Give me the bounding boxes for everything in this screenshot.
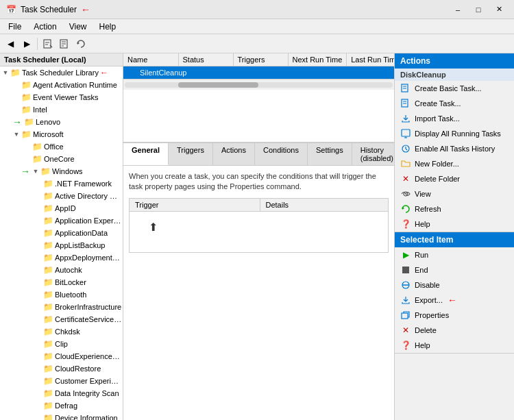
- tree-item-netfw[interactable]: 📁 .NET Framework: [0, 177, 123, 190]
- col-triggers[interactable]: Triggers: [233, 53, 288, 66]
- col-nextrun[interactable]: Next Run Time: [288, 53, 347, 66]
- maximize-button[interactable]: □: [469, 3, 488, 16]
- col-status[interactable]: Status: [178, 53, 233, 66]
- tree-item-chkdsk[interactable]: 📁 Chkdsk: [0, 325, 123, 338]
- tree-item-custexp[interactable]: 📁 Customer Experienc...: [0, 375, 123, 387]
- tree-item-autochk[interactable]: 📁 Autochk: [0, 264, 123, 276]
- tab-settings[interactable]: Settings: [308, 143, 352, 165]
- expand-spacer: [34, 229, 42, 237]
- tree-item-applist[interactable]: 📁 AppListBackup: [0, 239, 123, 251]
- tree-item-certsvc[interactable]: 📁 CertificateServicesCl...: [0, 313, 123, 325]
- action-disable[interactable]: Disable: [395, 277, 514, 293]
- arrow-lenovo: →: [12, 116, 22, 127]
- tree-item-cloudexp[interactable]: 📁 CloudExperienceHo...: [0, 350, 123, 362]
- folder-icon: 📁: [42, 351, 53, 361]
- expand-spacer: [34, 241, 42, 249]
- tab-history[interactable]: History (disabled): [352, 143, 394, 165]
- tab-conditions[interactable]: Conditions: [255, 143, 308, 165]
- tree-item-intel[interactable]: 📁 Intel: [0, 103, 123, 116]
- expand-spacer: [12, 106, 21, 114]
- action-enable-history[interactable]: Enable All Tasks History: [395, 141, 514, 156]
- tree-label: BrokerInfrastructure: [55, 303, 121, 311]
- action-delete[interactable]: ✕ Delete: [395, 323, 514, 338]
- tab-general[interactable]: General: [123, 143, 169, 165]
- action-delete-folder[interactable]: ✕ Delete Folder: [395, 171, 514, 186]
- help-main-label: Help: [415, 220, 430, 228]
- tree-item-appx[interactable]: 📁 AppxDeploymentCli...: [0, 251, 123, 264]
- disable-label: Disable: [415, 281, 440, 289]
- action-new-folder[interactable]: New Folder...: [395, 156, 514, 171]
- actions-main-title: DiskCleanup: [395, 69, 514, 81]
- tree-item-windows[interactable]: → ▼ 📁 Windows: [0, 165, 123, 177]
- back-button[interactable]: ◀: [3, 36, 18, 51]
- tree-item-library[interactable]: ▼ 📁 Task Scheduler Library ←: [0, 66, 123, 79]
- tree-item-microsoft[interactable]: ▼ 📁 Microsoft: [0, 128, 123, 140]
- tree-item-agent[interactable]: 📁 Agent Activation Runtime: [0, 79, 123, 91]
- export-arrow-indicator: ←: [448, 295, 457, 306]
- tree-item-activedir[interactable]: 📁 Active Directory Righ...: [0, 190, 123, 202]
- menu-view[interactable]: View: [64, 21, 93, 33]
- forward-button[interactable]: ▶: [19, 36, 34, 51]
- main-container: Task Scheduler (Local) ▼ 📁 Task Schedule…: [0, 53, 514, 420]
- tree-item-defrag[interactable]: 📁 Defrag: [0, 399, 123, 412]
- display-running-icon: [400, 128, 411, 139]
- action-run[interactable]: ▶ Run: [395, 247, 514, 262]
- tree-item-devinfo[interactable]: 📁 Device Information: [0, 412, 123, 420]
- folder-icon: 📁: [40, 166, 51, 176]
- action-properties[interactable]: Properties: [395, 308, 514, 323]
- toolbar-separator: [37, 38, 38, 50]
- action-view[interactable]: View: [395, 186, 514, 201]
- tree-item-datainteg[interactable]: 📁 Data Integrity Scan: [0, 387, 123, 399]
- minimize-button[interactable]: –: [448, 3, 467, 16]
- new-folder-label: New Folder...: [415, 160, 459, 168]
- expand-icon[interactable]: ▼: [32, 167, 40, 175]
- action-export[interactable]: Export... ←: [395, 293, 514, 308]
- properties-label: Properties: [415, 311, 449, 319]
- action-display-running[interactable]: Display All Running Tasks: [395, 126, 514, 141]
- action-import-task[interactable]: Import Task...: [395, 111, 514, 126]
- expand-spacer: [34, 303, 42, 311]
- refresh-toolbar-button[interactable]: [73, 36, 88, 51]
- tree-item-appid[interactable]: 📁 AppID: [0, 202, 123, 214]
- tree-label: BitLocker: [55, 278, 86, 286]
- menu-help[interactable]: Help: [94, 21, 122, 33]
- action-help-sel[interactable]: ❓ Help: [395, 338, 514, 353]
- svg-rect-0: [44, 40, 51, 48]
- expand-spacer: [34, 180, 42, 188]
- action-end[interactable]: End: [395, 262, 514, 277]
- tree-item-office[interactable]: 📁 Office: [0, 140, 123, 153]
- table-row[interactable]: SilentCleanup Ready 8/27/2023 12:16:51 P…: [123, 66, 394, 79]
- delete-folder-icon: ✕: [400, 173, 411, 184]
- tab-actions[interactable]: Actions: [213, 143, 255, 165]
- tree-item-appdata[interactable]: 📁 ApplicationData: [0, 227, 123, 239]
- action-create-basic[interactable]: Create Basic Task...: [395, 81, 514, 96]
- tree-item-broker[interactable]: 📁 BrokerInfrastructure: [0, 301, 123, 313]
- title-bar: 📅 Task Scheduler ← – □ ✕: [0, 0, 514, 19]
- properties-toolbar-button[interactable]: [57, 36, 72, 51]
- tree-item-appexp[interactable]: 📁 Application Experier...: [0, 214, 123, 227]
- menu-file[interactable]: File: [3, 21, 27, 33]
- tree-label: Data Integrity Scan: [55, 389, 119, 397]
- tree-item-cloudrestore[interactable]: 📁 CloudRestore: [0, 362, 123, 375]
- action-help-main[interactable]: ❓ Help: [395, 217, 514, 232]
- expand-icon[interactable]: ▼: [12, 130, 21, 138]
- tree-header: Task Scheduler (Local): [0, 53, 123, 66]
- tab-triggers[interactable]: Triggers: [169, 143, 213, 165]
- action-create-task[interactable]: Create Task...: [395, 96, 514, 111]
- horizontal-scrollbar[interactable]: [123, 79, 394, 90]
- action-refresh[interactable]: Refresh: [395, 201, 514, 217]
- expand-icon[interactable]: ▼: [1, 69, 10, 77]
- col-name[interactable]: Name: [123, 53, 178, 66]
- tree-label: Clip: [55, 340, 68, 348]
- tree-item-clip[interactable]: 📁 Clip: [0, 338, 123, 350]
- refresh-icon: [400, 203, 411, 214]
- tree-item-bitlocker[interactable]: 📁 BitLocker: [0, 276, 123, 288]
- tree-item-lenovo[interactable]: → 📁 Lenovo: [0, 116, 123, 128]
- tree-item-eventviewer[interactable]: 📁 Event Viewer Tasks: [0, 91, 123, 103]
- tree-item-onecore[interactable]: 📁 OneCore: [0, 153, 123, 165]
- col-lastrun[interactable]: Last Run Time: [347, 53, 394, 66]
- menu-action[interactable]: Action: [28, 21, 62, 33]
- close-button[interactable]: ✕: [489, 3, 509, 16]
- new-task-button[interactable]: [40, 36, 56, 51]
- tree-item-bluetooth[interactable]: 📁 Bluetooth: [0, 288, 123, 301]
